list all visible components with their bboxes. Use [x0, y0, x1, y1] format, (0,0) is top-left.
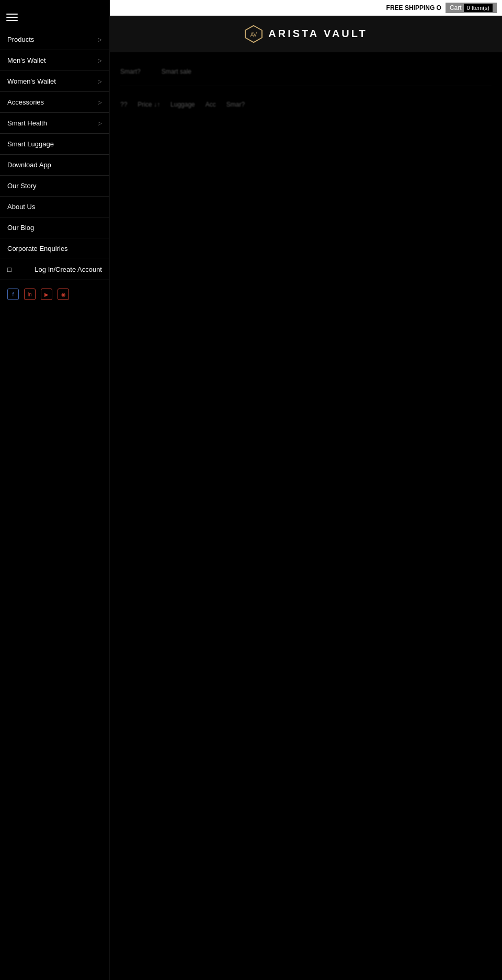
sidebar-label-2: Women's Wallet — [7, 77, 56, 85]
sidebar-item-8[interactable]: About Us — [0, 197, 109, 217]
sidebar-item-6[interactable]: Download App — [0, 155, 109, 176]
smart-health-submenu: Smart?Smart sale — [120, 63, 492, 86]
sidebar-item-3[interactable]: Accessories▷ — [0, 92, 109, 113]
smart-health-sub-item-0[interactable]: Smart? — [120, 68, 141, 75]
sidebar-label-9: Our Blog — [7, 224, 34, 232]
sidebar-item-4[interactable]: Smart Health▷ — [0, 113, 109, 134]
user-icon: □ — [7, 266, 12, 273]
sidebar-label-11: Log In/Create Account — [35, 266, 102, 273]
sidebar-label-1: Men's Wallet — [7, 56, 46, 64]
products-sub-item-4[interactable]: Smar? — [226, 101, 245, 108]
products-sub-item-0[interactable]: ?? — [120, 101, 127, 108]
sidebar-label-10: Corporate Enquiries — [7, 245, 68, 252]
sidebar-label-3: Accessories — [7, 98, 44, 106]
cart-button[interactable]: Cart 0 Item(s) — [446, 3, 497, 13]
sidebar-label-4: Smart Health — [7, 119, 47, 127]
products-sub-item-1[interactable]: Price ↓↑ — [138, 101, 160, 108]
sidebar: Products▷Men's Wallet▷Women's Wallet▷Acc… — [0, 0, 110, 980]
sidebar-item-9[interactable]: Our Blog — [0, 217, 109, 238]
sidebar-label-7: Our Story — [7, 182, 37, 190]
sidebar-item-1[interactable]: Men's Wallet▷ — [0, 50, 109, 71]
social-links: fin▶◉ — [0, 280, 109, 308]
svg-text:AV: AV — [250, 32, 257, 38]
sidebar-label-6: Download App — [7, 161, 51, 169]
cart-item-count: 0 Item(s) — [464, 4, 493, 12]
products-sub-item-3[interactable]: Acc — [206, 101, 216, 108]
sidebar-item-5[interactable]: Smart Luggage — [0, 134, 109, 155]
logo-icon: AV — [244, 25, 263, 43]
products-sub-item-2[interactable]: Luggage — [170, 101, 195, 108]
linkedin-icon[interactable]: in — [24, 289, 36, 300]
smart-health-sub-item-1[interactable]: Smart sale — [162, 68, 191, 75]
chevron-right-icon: ▷ — [98, 120, 102, 126]
chevron-right-icon: ▷ — [98, 57, 102, 63]
sidebar-item-10[interactable]: Corporate Enquiries — [0, 238, 109, 259]
chevron-right-icon: ▷ — [98, 99, 102, 105]
sidebar-label-8: About Us — [7, 203, 35, 211]
main-content: Smart?Smart sale ??Price ↓↑LuggageAccSma… — [110, 52, 502, 980]
sidebar-item-0[interactable]: Products▷ — [0, 29, 109, 50]
sidebar-nav: Products▷Men's Wallet▷Women's Wallet▷Acc… — [0, 29, 109, 280]
chevron-right-icon: ▷ — [98, 78, 102, 84]
logo-container[interactable]: AV ARISTA VAULT — [244, 25, 367, 43]
sidebar-item-11[interactable]: □ Log In/Create Account — [0, 259, 109, 280]
facebook-icon[interactable]: f — [7, 289, 19, 300]
menu-icon[interactable] — [4, 9, 20, 25]
products-submenu: ??Price ↓↑LuggageAccSmar? — [120, 97, 492, 117]
site-header: AV ARISTA VAULT — [110, 16, 502, 52]
chevron-right-icon: ▷ — [98, 37, 102, 42]
sidebar-label-0: Products — [7, 36, 34, 43]
free-shipping-text: FREE SHIPPING O — [386, 4, 441, 11]
sidebar-label-5: Smart Luggage — [7, 140, 54, 148]
cart-label: Cart — [450, 4, 462, 11]
logo-text: ARISTA VAULT — [268, 28, 367, 40]
sidebar-item-7[interactable]: Our Story — [0, 176, 109, 197]
sidebar-item-2[interactable]: Women's Wallet▷ — [0, 71, 109, 92]
instagram-icon[interactable]: ◉ — [58, 289, 69, 300]
youtube-icon[interactable]: ▶ — [41, 289, 52, 300]
